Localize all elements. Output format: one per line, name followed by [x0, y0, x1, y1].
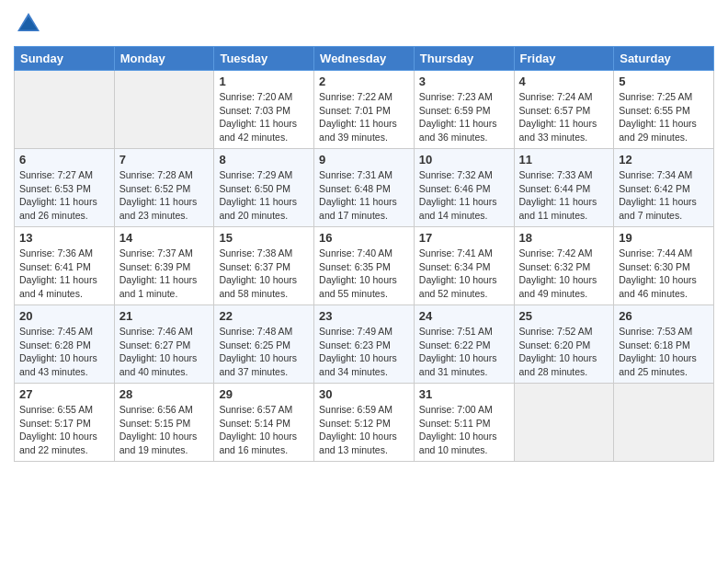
day-info: Sunrise: 7:31 AMSunset: 6:48 PMDaylight:… — [319, 168, 409, 223]
day-cell: 29Sunrise: 6:57 AMSunset: 5:14 PMDayligh… — [214, 384, 314, 462]
day-info: Sunrise: 7:23 AMSunset: 6:59 PMDaylight:… — [419, 90, 509, 144]
day-cell: 13Sunrise: 7:36 AMSunset: 6:41 PMDayligh… — [15, 227, 115, 305]
day-number: 11 — [519, 153, 609, 167]
day-info: Sunrise: 7:34 AMSunset: 6:42 PMDaylight:… — [619, 168, 709, 223]
day-cell: 4Sunrise: 7:24 AMSunset: 6:57 PMDaylight… — [514, 71, 614, 149]
day-info: Sunrise: 6:55 AMSunset: 5:17 PMDaylight:… — [19, 403, 109, 457]
col-header-monday: Monday — [114, 47, 214, 71]
day-info: Sunrise: 7:40 AMSunset: 6:35 PMDaylight:… — [319, 247, 409, 301]
day-number: 28 — [119, 387, 210, 401]
day-cell: 21Sunrise: 7:46 AMSunset: 6:27 PMDayligh… — [114, 305, 214, 384]
col-header-thursday: Thursday — [414, 47, 514, 71]
day-number: 21 — [119, 309, 210, 323]
day-info: Sunrise: 7:52 AMSunset: 6:20 PMDaylight:… — [519, 325, 609, 379]
day-info: Sunrise: 7:37 AMSunset: 6:39 PMDaylight:… — [119, 247, 210, 301]
week-row-4: 20Sunrise: 7:45 AMSunset: 6:28 PMDayligh… — [15, 305, 714, 384]
header-row: SundayMondayTuesdayWednesdayThursdayFrid… — [15, 47, 714, 71]
day-info: Sunrise: 7:20 AMSunset: 7:03 PMDaylight:… — [219, 90, 309, 144]
day-cell: 30Sunrise: 6:59 AMSunset: 5:12 PMDayligh… — [314, 384, 415, 462]
day-info: Sunrise: 7:46 AMSunset: 6:27 PMDaylight:… — [119, 325, 210, 379]
day-number: 31 — [419, 387, 509, 401]
day-cell: 26Sunrise: 7:53 AMSunset: 6:18 PMDayligh… — [614, 305, 714, 384]
day-number: 2 — [319, 75, 409, 88]
logo-icon — [14, 9, 43, 39]
day-number: 16 — [319, 231, 409, 245]
day-number: 7 — [119, 153, 210, 167]
day-info: Sunrise: 7:33 AMSunset: 6:44 PMDaylight:… — [519, 168, 609, 223]
day-cell — [614, 384, 714, 462]
day-cell: 15Sunrise: 7:38 AMSunset: 6:37 PMDayligh… — [214, 227, 314, 305]
day-info: Sunrise: 7:32 AMSunset: 6:46 PMDaylight:… — [419, 168, 509, 223]
day-number: 14 — [119, 231, 210, 245]
day-info: Sunrise: 7:42 AMSunset: 6:32 PMDaylight:… — [519, 247, 609, 301]
day-number: 5 — [619, 75, 709, 88]
day-number: 15 — [219, 231, 309, 245]
day-info: Sunrise: 7:22 AMSunset: 7:01 PMDaylight:… — [319, 90, 409, 144]
day-cell — [15, 71, 115, 149]
day-cell: 17Sunrise: 7:41 AMSunset: 6:34 PMDayligh… — [414, 227, 514, 305]
day-number: 6 — [19, 153, 109, 167]
day-number: 27 — [19, 387, 109, 401]
day-number: 19 — [619, 231, 709, 245]
day-info: Sunrise: 6:57 AMSunset: 5:14 PMDaylight:… — [219, 403, 309, 457]
day-number: 30 — [319, 387, 409, 401]
day-cell: 25Sunrise: 7:52 AMSunset: 6:20 PMDayligh… — [514, 305, 614, 384]
day-cell — [114, 71, 214, 149]
day-number: 12 — [619, 153, 709, 167]
day-cell — [514, 384, 614, 462]
day-info: Sunrise: 7:28 AMSunset: 6:52 PMDaylight:… — [119, 168, 210, 223]
day-info: Sunrise: 7:38 AMSunset: 6:37 PMDaylight:… — [219, 247, 309, 301]
day-info: Sunrise: 7:24 AMSunset: 6:57 PMDaylight:… — [519, 90, 609, 144]
day-info: Sunrise: 7:45 AMSunset: 6:28 PMDaylight:… — [19, 325, 109, 379]
day-info: Sunrise: 7:51 AMSunset: 6:22 PMDaylight:… — [419, 325, 509, 379]
day-cell: 3Sunrise: 7:23 AMSunset: 6:59 PMDaylight… — [414, 71, 514, 149]
day-number: 8 — [219, 153, 309, 167]
day-number: 24 — [419, 309, 509, 323]
day-cell: 28Sunrise: 6:56 AMSunset: 5:15 PMDayligh… — [114, 384, 214, 462]
page-header — [14, 9, 714, 39]
day-cell: 7Sunrise: 7:28 AMSunset: 6:52 PMDaylight… — [114, 149, 214, 227]
day-number: 3 — [419, 75, 509, 88]
day-cell: 14Sunrise: 7:37 AMSunset: 6:39 PMDayligh… — [114, 227, 214, 305]
day-cell: 1Sunrise: 7:20 AMSunset: 7:03 PMDaylight… — [214, 71, 314, 149]
day-cell: 5Sunrise: 7:25 AMSunset: 6:55 PMDaylight… — [614, 71, 714, 149]
col-header-sunday: Sunday — [15, 47, 115, 71]
day-cell: 12Sunrise: 7:34 AMSunset: 6:42 PMDayligh… — [614, 149, 714, 227]
day-cell: 6Sunrise: 7:27 AMSunset: 6:53 PMDaylight… — [15, 149, 115, 227]
day-cell: 11Sunrise: 7:33 AMSunset: 6:44 PMDayligh… — [514, 149, 614, 227]
day-number: 13 — [19, 231, 109, 245]
day-info: Sunrise: 7:36 AMSunset: 6:41 PMDaylight:… — [19, 247, 109, 301]
day-number: 20 — [19, 309, 109, 323]
day-info: Sunrise: 7:41 AMSunset: 6:34 PMDaylight:… — [419, 247, 509, 301]
day-number: 17 — [419, 231, 509, 245]
day-cell: 27Sunrise: 6:55 AMSunset: 5:17 PMDayligh… — [15, 384, 115, 462]
calendar-table: SundayMondayTuesdayWednesdayThursdayFrid… — [14, 46, 714, 462]
week-row-3: 13Sunrise: 7:36 AMSunset: 6:41 PMDayligh… — [15, 227, 714, 305]
col-header-wednesday: Wednesday — [314, 47, 415, 71]
day-number: 22 — [219, 309, 309, 323]
day-cell: 20Sunrise: 7:45 AMSunset: 6:28 PMDayligh… — [15, 305, 115, 384]
day-cell: 9Sunrise: 7:31 AMSunset: 6:48 PMDaylight… — [314, 149, 415, 227]
day-number: 18 — [519, 231, 609, 245]
day-cell: 2Sunrise: 7:22 AMSunset: 7:01 PMDaylight… — [314, 71, 415, 149]
day-info: Sunrise: 7:25 AMSunset: 6:55 PMDaylight:… — [619, 90, 709, 144]
day-info: Sunrise: 7:27 AMSunset: 6:53 PMDaylight:… — [19, 168, 109, 223]
day-info: Sunrise: 7:00 AMSunset: 5:11 PMDaylight:… — [419, 403, 509, 457]
day-cell: 31Sunrise: 7:00 AMSunset: 5:11 PMDayligh… — [414, 384, 514, 462]
day-cell: 8Sunrise: 7:29 AMSunset: 6:50 PMDaylight… — [214, 149, 314, 227]
day-info: Sunrise: 7:44 AMSunset: 6:30 PMDaylight:… — [619, 247, 709, 301]
day-cell: 23Sunrise: 7:49 AMSunset: 6:23 PMDayligh… — [314, 305, 415, 384]
day-info: Sunrise: 6:59 AMSunset: 5:12 PMDaylight:… — [319, 403, 409, 457]
day-cell: 19Sunrise: 7:44 AMSunset: 6:30 PMDayligh… — [614, 227, 714, 305]
day-number: 25 — [519, 309, 609, 323]
day-info: Sunrise: 7:53 AMSunset: 6:18 PMDaylight:… — [619, 325, 709, 379]
day-number: 23 — [319, 309, 409, 323]
day-number: 10 — [419, 153, 509, 167]
day-info: Sunrise: 7:48 AMSunset: 6:25 PMDaylight:… — [219, 325, 309, 379]
day-number: 29 — [219, 387, 309, 401]
day-number: 9 — [319, 153, 409, 167]
week-row-2: 6Sunrise: 7:27 AMSunset: 6:53 PMDaylight… — [15, 149, 714, 227]
day-cell: 24Sunrise: 7:51 AMSunset: 6:22 PMDayligh… — [414, 305, 514, 384]
day-cell: 22Sunrise: 7:48 AMSunset: 6:25 PMDayligh… — [214, 305, 314, 384]
day-cell: 16Sunrise: 7:40 AMSunset: 6:35 PMDayligh… — [314, 227, 415, 305]
